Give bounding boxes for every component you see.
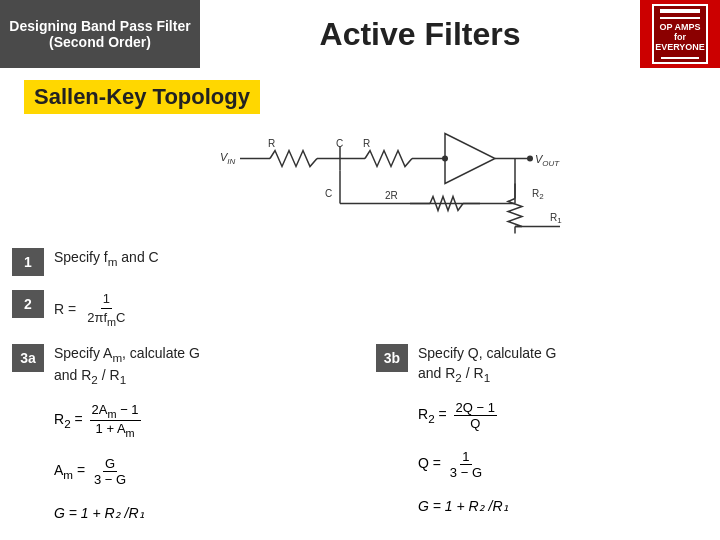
header-left-title: Designing Band Pass Filter (Second Order… [0,0,200,68]
step-3b-text: Specify Q, calculate Gand R2 / R1 [418,344,557,386]
step-3a-am-formula: Am = G 3 − G [54,456,360,487]
svg-text:C: C [325,187,332,198]
book-text: OP AMPS forEVERYONE [654,23,706,53]
step-1-row: 1 Specify fm and C [12,248,708,276]
step-3b-q-formula: Q = 1 3 − G [418,449,708,480]
step-2-badge: 2 [12,290,44,318]
designing-filter-label: Designing Band Pass Filter (Second Order… [8,18,192,50]
step-3b-r2-formula: R2 = 2Q − 1 Q [418,400,708,431]
svg-text:R: R [268,137,275,148]
svg-text:VIN: VIN [220,150,236,165]
step-3a-text: Specify Am, calculate Gand R2 / R1 [54,344,200,388]
step-3a-container: 3a Specify Am, calculate Gand R2 / R1 R2… [12,344,360,521]
step-3a-header: 3a Specify Am, calculate Gand R2 / R1 [12,344,360,388]
svg-point-11 [527,155,533,161]
svg-text:R1: R1 [550,211,562,224]
step-3b-g-eq: G = 1 + R₂ /R₁ [418,498,708,514]
step-3-row: 3a Specify Am, calculate Gand R2 / R1 R2… [12,344,708,521]
step-1-badge: 1 [12,248,44,276]
svg-text:R: R [363,137,370,148]
step-3a-g-eq: G = 1 + R₂ /R₁ [54,505,360,521]
step-3a-badge: 3a [12,344,44,372]
step-3b-badge: 3b [376,344,408,372]
step-1-text: Specify fm and C [54,248,159,270]
header-center: Active Filters [200,0,640,68]
svg-text:VOUT: VOUT [535,152,560,167]
circuit-svg: VIN R C R VOUT [210,76,630,236]
svg-text:2R: 2R [385,189,398,200]
step-3b-container: 3b Specify Q, calculate Gand R2 / R1 R2 … [360,344,708,521]
book-cover-container: OP AMPS forEVERYONE [640,0,720,68]
step-3b-header: 3b Specify Q, calculate Gand R2 / R1 [376,344,708,386]
svg-text:R2: R2 [532,187,544,200]
svg-marker-9 [445,133,495,183]
step-3a-r2-formula: R2 = 2Am − 1 1 + Am [54,402,360,438]
circuit-diagram: VIN R C R VOUT [200,68,640,243]
steps-container: 1 Specify fm and C 2 R = 1 2πfmC 3a [0,248,720,521]
page-title: Active Filters [320,16,521,53]
step-2-row: 2 R = 1 2πfmC [12,290,708,330]
step-2-formula: R = 1 2πfmC [54,290,130,330]
svg-point-25 [442,155,448,161]
book-icon: OP AMPS forEVERYONE [652,4,708,64]
